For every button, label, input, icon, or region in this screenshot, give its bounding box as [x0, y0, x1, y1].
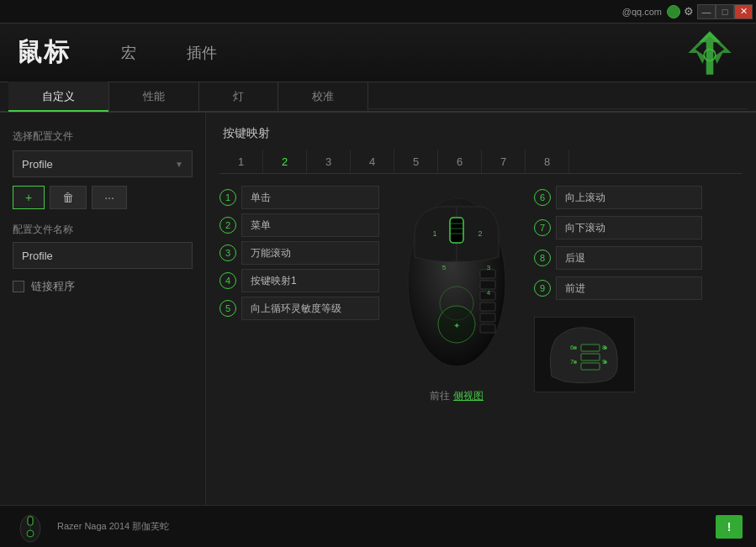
num-tab-3[interactable]: 3 [307, 150, 351, 173]
btn-label-7[interactable]: 向下滚动 [556, 216, 702, 239]
profile-section-label: 选择配置文件 [13, 129, 193, 144]
list-item: 4 按键映射1 [219, 269, 379, 292]
mouse-image-container: ✦ 1 2 3 4 5 前往 侧视图 [389, 186, 524, 379]
app-title: 鼠标 [17, 35, 71, 70]
btn-label-9[interactable]: 前进 [556, 276, 702, 300]
right-column: 6 向上滚动 7 向下滚动 8 后退 9 前进 [534, 186, 702, 392]
list-item: 1 单击 [219, 186, 379, 209]
svg-point-31 [574, 360, 577, 364]
btn-num-5: 5 [219, 300, 236, 317]
mouse-svg: ✦ 1 2 3 4 5 [389, 186, 524, 379]
btn-label-4[interactable]: 按键映射1 [241, 269, 379, 292]
content-area: 按键映射 1 2 3 4 5 6 7 8 1 单击 2 菜单 [206, 113, 756, 505]
btn-label-1[interactable]: 单击 [241, 186, 379, 209]
svg-text:3: 3 [487, 264, 491, 271]
link-program-checkbox[interactable] [13, 281, 24, 292]
list-item: 6 向上滚动 [534, 186, 702, 209]
svg-text:1: 1 [432, 229, 436, 238]
titlebar-email: @qq.com [622, 7, 662, 17]
profile-name-label: 配置文件名称 [13, 223, 193, 237]
list-item: 3 万能滚动 [219, 241, 379, 265]
tab-lighting[interactable]: 灯 [199, 82, 278, 112]
front-view-link[interactable]: 侧视图 [453, 389, 484, 403]
maximize-button[interactable]: □ [716, 4, 734, 19]
link-program-row: 链接程序 [13, 279, 193, 294]
main-layout: 选择配置文件 Profile ▼ + 🗑 ··· 配置文件名称 链接程序 按键映… [0, 113, 756, 505]
svg-point-32 [604, 346, 607, 350]
list-item: 2 菜单 [219, 213, 379, 237]
svg-text:5: 5 [442, 264, 447, 271]
num-tab-4[interactable]: 4 [351, 150, 394, 173]
btn-num-3: 3 [219, 245, 236, 261]
profile-dropdown[interactable]: Profile ▼ [13, 150, 193, 177]
btn-num-4: 4 [219, 272, 236, 289]
front-view-prefix: 前往 [430, 389, 450, 403]
nav-plugin[interactable]: 插件 [187, 43, 217, 63]
svg-point-30 [574, 346, 577, 350]
device-name: Razer Naga 2014 那伽芙蛇 [57, 520, 169, 533]
profile-name-input[interactable] [13, 242, 193, 269]
tab-calibrate[interactable]: 校准 [278, 82, 368, 112]
num-tab-1[interactable]: 1 [219, 150, 263, 173]
gear-icon[interactable]: ⚙ [684, 5, 694, 18]
tabs-divider [368, 108, 748, 109]
tab-customize[interactable]: 自定义 [8, 82, 109, 112]
list-item: 7 向下滚动 [534, 216, 702, 239]
bottom-bar: Razer Naga 2014 那伽芙蛇 ! [0, 505, 756, 547]
num-tab-6[interactable]: 6 [438, 150, 482, 173]
btn-num-8: 8 [534, 250, 551, 266]
status-indicator [667, 5, 680, 18]
btn-num-2: 2 [219, 217, 236, 234]
list-item: 5 向上循环灵敏度等级 [219, 297, 379, 320]
delete-profile-button[interactable]: 🗑 [50, 186, 87, 209]
action-button[interactable]: ! [716, 515, 743, 539]
close-button[interactable]: ✕ [734, 4, 753, 19]
side-thumb-svg: 6 7 8 9 [535, 318, 635, 392]
titlebar: @qq.com ⚙ — □ ✕ [0, 0, 756, 24]
list-item: 8 后退 [534, 246, 702, 270]
left-button-list: 1 单击 2 菜单 3 万能滚动 4 按键映射1 5 向上循环灵敏度等级 [219, 186, 379, 320]
app-nav: 宏 插件 [121, 43, 217, 63]
chevron-down-icon: ▼ [175, 160, 183, 169]
svg-rect-13 [480, 324, 495, 333]
mouse-layout: 1 单击 2 菜单 3 万能滚动 4 按键映射1 5 向上循环灵敏度等级 [219, 186, 743, 392]
num-tab-5[interactable]: 5 [394, 150, 438, 173]
section-title: 按键映射 [219, 126, 743, 141]
tabs-bar: 自定义 性能 灯 校准 [0, 82, 756, 113]
sidebar: 选择配置文件 Profile ▼ + 🗑 ··· 配置文件名称 链接程序 [0, 113, 206, 505]
btn-label-5[interactable]: 向上循环灵敏度等级 [241, 297, 379, 320]
btn-num-7: 7 [534, 219, 551, 236]
razer-logo [680, 28, 739, 78]
nav-macro[interactable]: 宏 [121, 43, 136, 63]
profile-dropdown-value: Profile [22, 158, 53, 171]
svg-rect-25 [581, 363, 600, 370]
btn-label-3[interactable]: 万能滚动 [241, 241, 379, 265]
btn-num-9: 9 [534, 280, 551, 297]
btn-num-1: 1 [219, 189, 236, 206]
svg-rect-11 [480, 302, 495, 311]
sidebar-actions: + 🗑 ··· [13, 186, 193, 209]
svg-point-33 [604, 360, 607, 364]
front-view-row: 前往 侧视图 [389, 389, 524, 403]
svg-rect-4 [450, 218, 463, 243]
btn-label-6[interactable]: 向上滚动 [556, 186, 702, 209]
list-item: 9 前进 [534, 276, 702, 300]
more-options-button[interactable]: ··· [92, 186, 127, 209]
svg-point-37 [27, 530, 34, 537]
num-tab-7[interactable]: 7 [482, 150, 526, 173]
num-tab-2[interactable]: 2 [263, 150, 307, 173]
btn-label-8[interactable]: 后退 [556, 246, 702, 270]
svg-text:✦: ✦ [453, 321, 460, 330]
num-tab-8[interactable]: 8 [526, 150, 569, 173]
minimize-button[interactable]: — [697, 4, 716, 19]
svg-rect-24 [581, 354, 600, 360]
right-button-list: 6 向上滚动 7 向下滚动 8 后退 9 前进 [534, 186, 702, 300]
btn-label-2[interactable]: 菜单 [241, 213, 379, 237]
tab-performance[interactable]: 性能 [109, 82, 199, 112]
app-header: 鼠标 宏 插件 [0, 24, 756, 82]
add-profile-button[interactable]: + [13, 186, 45, 209]
side-view-thumbnail: 6 7 8 9 [534, 317, 635, 392]
svg-text:2: 2 [478, 229, 482, 238]
svg-rect-9 [480, 281, 495, 289]
svg-marker-0 [699, 31, 721, 74]
